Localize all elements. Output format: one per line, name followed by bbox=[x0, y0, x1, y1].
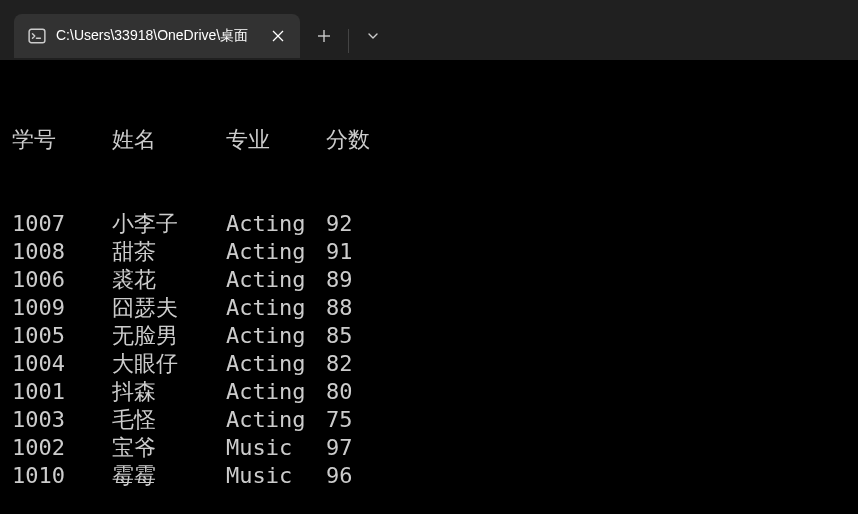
cell-name: 霉霉 bbox=[112, 462, 226, 490]
cell-major: Acting bbox=[226, 210, 326, 238]
svg-rect-0 bbox=[29, 29, 45, 43]
cell-name: 毛怪 bbox=[112, 406, 226, 434]
tab-dropdown-button[interactable] bbox=[349, 14, 397, 58]
table-row: 1005无脸男Acting85 bbox=[12, 322, 846, 350]
cell-name: 大眼仔 bbox=[112, 350, 226, 378]
cell-name: 小李子 bbox=[112, 210, 226, 238]
cell-id: 1010 bbox=[12, 462, 112, 490]
table-row: 1002宝爷Music97 bbox=[12, 434, 846, 462]
tab-console[interactable]: C:\Users\33918\OneDrive\桌面 bbox=[14, 14, 300, 58]
cell-score: 85 bbox=[326, 322, 353, 350]
cell-major: Acting bbox=[226, 266, 326, 294]
cell-id: 1004 bbox=[12, 350, 112, 378]
tab-close-button[interactable] bbox=[264, 22, 292, 50]
table-row: 1009囧瑟夫Acting88 bbox=[12, 294, 846, 322]
table-row: 1010霉霉Music96 bbox=[12, 462, 846, 490]
table-row: 1007小李子Acting92 bbox=[12, 210, 846, 238]
cell-id: 1007 bbox=[12, 210, 112, 238]
cell-id: 1006 bbox=[12, 266, 112, 294]
cell-name: 甜茶 bbox=[112, 238, 226, 266]
cell-name: 宝爷 bbox=[112, 434, 226, 462]
cell-major: Acting bbox=[226, 378, 326, 406]
cell-name: 无脸男 bbox=[112, 322, 226, 350]
cell-id: 1008 bbox=[12, 238, 112, 266]
cell-name: 囧瑟夫 bbox=[112, 294, 226, 322]
cell-id: 1002 bbox=[12, 434, 112, 462]
cell-major: Acting bbox=[226, 350, 326, 378]
header-id: 学号 bbox=[12, 126, 112, 154]
cell-id: 1009 bbox=[12, 294, 112, 322]
header-major: 专业 bbox=[226, 126, 326, 154]
cell-major: Acting bbox=[226, 322, 326, 350]
table-header: 学号姓名专业分数 bbox=[12, 126, 846, 154]
cell-score: 97 bbox=[326, 434, 353, 462]
cell-major: Acting bbox=[226, 294, 326, 322]
cell-score: 96 bbox=[326, 462, 353, 490]
cell-major: Acting bbox=[226, 238, 326, 266]
terminal-output[interactable]: 学号姓名专业分数 1007小李子Acting921008甜茶Acting9110… bbox=[0, 60, 858, 514]
cell-major: Acting bbox=[226, 406, 326, 434]
cell-name: 抖森 bbox=[112, 378, 226, 406]
cell-major: Music bbox=[226, 462, 326, 490]
cell-id: 1005 bbox=[12, 322, 112, 350]
titlebar: C:\Users\33918\OneDrive\桌面 bbox=[0, 0, 858, 60]
header-score: 分数 bbox=[326, 126, 370, 154]
cell-score: 88 bbox=[326, 294, 353, 322]
new-tab-button[interactable] bbox=[300, 14, 348, 58]
table-row: 1003毛怪Acting75 bbox=[12, 406, 846, 434]
terminal-icon bbox=[28, 27, 46, 45]
cell-score: 92 bbox=[326, 210, 353, 238]
cell-score: 75 bbox=[326, 406, 353, 434]
cell-major: Music bbox=[226, 434, 326, 462]
cell-score: 80 bbox=[326, 378, 353, 406]
cell-id: 1003 bbox=[12, 406, 112, 434]
table-row: 1008甜茶Acting91 bbox=[12, 238, 846, 266]
cell-name: 裘花 bbox=[112, 266, 226, 294]
cell-id: 1001 bbox=[12, 378, 112, 406]
cell-score: 82 bbox=[326, 350, 353, 378]
table-row: 1004大眼仔Acting82 bbox=[12, 350, 846, 378]
table-row: 1006裘花Acting89 bbox=[12, 266, 846, 294]
cell-score: 89 bbox=[326, 266, 353, 294]
header-name: 姓名 bbox=[112, 126, 226, 154]
table-row: 1001抖森Acting80 bbox=[12, 378, 846, 406]
cell-score: 91 bbox=[326, 238, 353, 266]
tab-title: C:\Users\33918\OneDrive\桌面 bbox=[56, 27, 248, 45]
